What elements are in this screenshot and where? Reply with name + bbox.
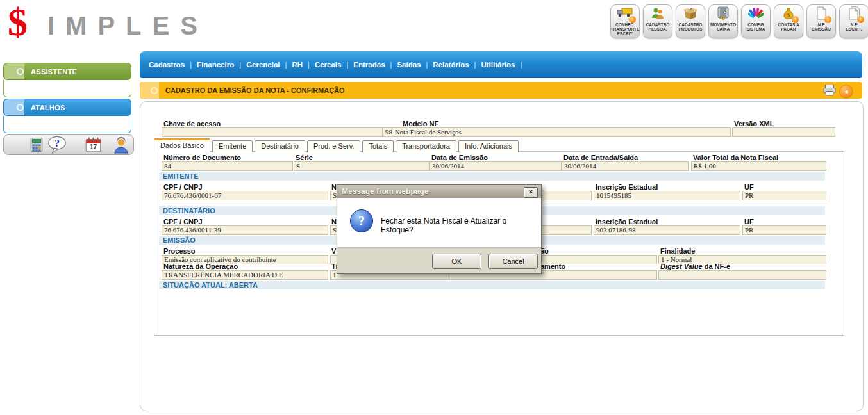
toolbar-button-conhec-transporte[interactable]: ↑ CONHEC. TRANSPORTE ESCRIT. [610, 4, 640, 38]
emitente-cpf-cnpj-field[interactable]: 76.676.436/0001-67 [162, 191, 328, 200]
digest-value-label: Digest Value da NF-e [660, 263, 730, 270]
toolbar-button-movimento-caixa[interactable]: MOVIMENTO CAIXA [708, 4, 738, 38]
valor-total-field[interactable]: R$ 1,00 [691, 161, 826, 171]
truck-icon: ↑ [617, 6, 633, 22]
toolbar-button-label: N F ESCRIT. [846, 22, 862, 31]
modelo-nf-field[interactable]: 98-Nota Fiscal de Serviços [383, 127, 731, 137]
user-icon[interactable] [112, 136, 131, 156]
menu-item-cadastros[interactable]: Cadastros [149, 61, 185, 69]
emitente-inscricao-estadual-label: Inscrição Estadual [596, 183, 658, 191]
dialog-title: Message from webpage [337, 185, 541, 198]
svg-text:17: 17 [90, 143, 97, 151]
atalhos-label: ATALHOS [31, 104, 65, 111]
tab-info-adicionais[interactable]: Info. Adicionais [458, 140, 519, 152]
back-icon[interactable]: ◄ [839, 85, 853, 99]
sidebar-item-atalhos[interactable]: ATALHOS [3, 99, 131, 116]
tab-destinatario[interactable]: Destinatário [255, 140, 305, 152]
menu-item-utilitarios[interactable]: Utilitários [481, 61, 515, 69]
destinatario-nome-label-fragment: N [331, 218, 337, 225]
destinatario-cpf-cnpj-label: CPF / CNPJ [163, 218, 203, 225]
emissao-col3b-label-fragment: amento [540, 263, 565, 270]
data-emissao-field[interactable]: 30/06/2014 [430, 161, 562, 171]
sidebar-atalhos-panel: ATALHOS [3, 99, 131, 133]
destinatario-inscricao-estadual-field[interactable]: 903.07186-98 [594, 225, 740, 235]
safe-icon [715, 6, 731, 22]
form-tabs: Dados Básico Emitente Destinatário Prod.… [154, 140, 521, 152]
modelo-nf-label: Modelo NF [403, 120, 438, 127]
menu-separator: | [190, 61, 192, 69]
destinatario-cpf-cnpj-field[interactable]: 76.676.436/0011-39 [162, 225, 328, 235]
toolbar-button-contas-a-pagar[interactable]: $ ↑ CONTAS A PAGAR [774, 4, 803, 38]
dialog-footer: OK Cancel [337, 247, 541, 273]
toolbar-button-cadastro-produtos[interactable]: CADASTRO PRODUTOS [676, 4, 705, 38]
chave-de-acesso-label: Chave de acesso [163, 120, 221, 127]
calendar-icon[interactable]: 17 [85, 136, 102, 156]
data-entrada-saida-label: Data de Entrada/Saida [563, 154, 638, 161]
serie-field[interactable]: S [294, 161, 430, 171]
people-icon [650, 6, 665, 22]
page-title-bar: CADASTRO DA EMISSÃO DA NOTA - CONFIRMAÇÃ… [140, 82, 862, 99]
chave-de-acesso-field[interactable] [162, 127, 383, 137]
tab-transportadora[interactable]: Transportadora [396, 140, 456, 152]
confirm-dialog: Message from webpage × ? Fechar esta Not… [337, 184, 542, 274]
print-icon[interactable] [822, 84, 837, 99]
sidebar-item-assistente[interactable]: ASSISTENTE [3, 63, 131, 80]
tab-prod-e-serv[interactable]: Prod. e Serv. [307, 140, 360, 152]
help-icon[interactable]: ? [47, 136, 67, 156]
ok-button[interactable]: OK [432, 254, 481, 269]
menu-item-financeiro[interactable]: Financeiro [197, 61, 234, 69]
natureza-operacao-field[interactable]: TRANSFERÊNCIA MERCADORIA D.E [162, 270, 328, 280]
assistente-panel-body [3, 80, 131, 97]
emitente-inscricao-estadual-field[interactable]: 1015495185 [594, 191, 740, 200]
emitente-uf-field[interactable]: PR [742, 191, 826, 200]
tab-emitente[interactable]: Emitente [212, 140, 253, 152]
toolbar-button-nf-escrit[interactable]: ↑ N F ESCRIT. [839, 4, 868, 38]
valor-total-label: Valor Total da Nota Fiscal [693, 154, 778, 161]
quick-access-toolbar: ↑ CONHEC. TRANSPORTE ESCRIT. CADASTRO PE… [610, 4, 868, 38]
emitente-cpf-cnpj-label: CPF / CNPJ [163, 183, 203, 191]
numero-documento-field[interactable]: 84 [162, 161, 293, 171]
toolbar-button-label: N F EMISSÃO [812, 22, 831, 31]
calculator-icon[interactable] [29, 137, 44, 155]
page-title: CADASTRO DA EMISSÃO DA NOTA - CONFIRMAÇÃ… [165, 82, 345, 99]
digest-value-label-rest: da NF-e [703, 263, 730, 270]
processo-label: Processo [163, 247, 196, 255]
toolbar-button-label: CONHEC. TRANSPORTE ESCRIT. [611, 22, 640, 36]
menu-item-rh[interactable]: RH [292, 61, 303, 69]
close-icon[interactable]: × [524, 187, 538, 198]
toolbar-button-cadastro-pessoa[interactable]: CADASTRO PESSOA. [643, 4, 672, 38]
destinatario-uf-label: UF [744, 218, 754, 225]
menu-item-cereais[interactable]: Cereais [315, 61, 342, 69]
menu-separator: | [426, 61, 428, 69]
toolbar-button-label: CONTAS A PAGAR [778, 22, 799, 31]
digest-value-field[interactable] [658, 270, 826, 280]
down-arrow-badge-icon: ↓ [824, 16, 831, 23]
menu-separator: | [474, 61, 476, 69]
toolbar-button-nf-emissao[interactable]: ↓ N F EMISSÃO [806, 4, 836, 38]
cancel-button[interactable]: Cancel [488, 254, 538, 269]
up-arrow-badge-icon: ↑ [792, 16, 799, 23]
data-entrada-saida-field[interactable]: 30/06/2014 [562, 161, 689, 171]
sidebar-quickbar: ? 17 [3, 134, 134, 155]
toolbar-button-config-sistema[interactable]: CONFIG SISTEMA [741, 4, 771, 38]
assistente-label: ASSISTENTE [31, 68, 77, 76]
tab-dados-basico[interactable]: Dados Básico [154, 138, 210, 152]
menu-item-gerencial[interactable]: Gerencial [246, 61, 280, 69]
tab-totais[interactable]: Totais [362, 140, 394, 152]
menu-item-relatorios[interactable]: Relatórios [433, 61, 469, 69]
numero-documento-label: Número de Documento [163, 154, 241, 161]
menu-separator: | [285, 61, 287, 69]
logo-dollar-icon: $ [8, 1, 28, 42]
document-down-icon: ↓ [814, 6, 829, 22]
bullet-icon [17, 104, 24, 111]
app-logo: IMPLES [47, 13, 208, 38]
destinatario-uf-field[interactable]: PR [742, 225, 826, 235]
versao-xml-field[interactable] [732, 127, 835, 137]
dialog-message: Fechar esta Nota Fiscal e Atualizar o Es… [381, 216, 541, 234]
status-badge-situacao-atual: SITUAÇÃO ATUAL: ABERTA [159, 281, 825, 289]
menu-item-saidas[interactable]: Saídas [397, 61, 421, 69]
menu-item-entradas[interactable]: Entradas [353, 61, 385, 69]
product-box-icon [683, 6, 698, 22]
data-emissao-label: Data de Emissão [431, 154, 488, 161]
section-header-emitente: EMITENTE [159, 172, 825, 181]
